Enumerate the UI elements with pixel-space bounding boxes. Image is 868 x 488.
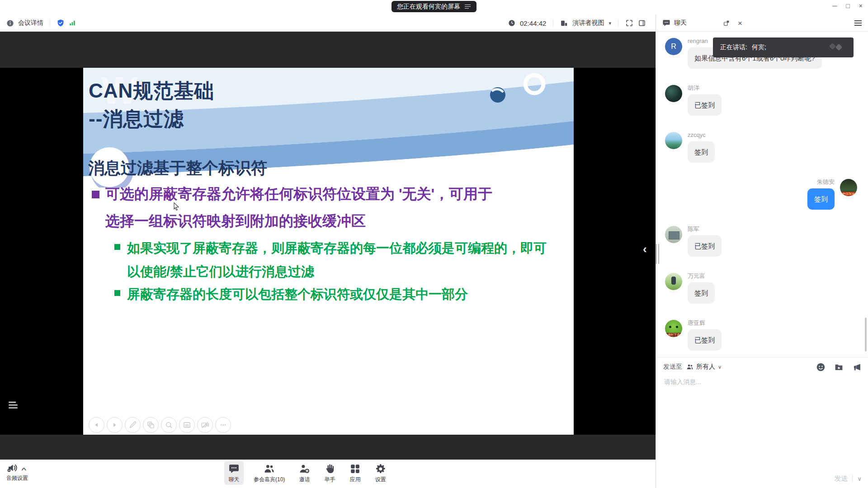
avatar xyxy=(665,85,682,102)
send-button[interactable]: 发送 xyxy=(834,474,848,483)
chevron-down-icon: ∨ xyxy=(718,364,722,370)
speaking-toast-speaker: 何宾; xyxy=(752,43,766,52)
chat-sender-name: 唐亚辉 xyxy=(688,320,705,326)
hamburger-menu-icon[interactable] xyxy=(854,20,862,26)
zoom-magnifier-icon xyxy=(161,417,177,433)
chat-message: 中国加油 朱德安 签到 xyxy=(665,179,857,210)
close-button[interactable]: × xyxy=(859,1,863,10)
minimize-button[interactable]: ─ xyxy=(832,1,837,10)
toolbar-button-apps[interactable]: 应用 xyxy=(345,461,365,485)
chat-sender-name: 胡洋 xyxy=(688,85,699,91)
divider xyxy=(50,19,50,27)
layer-list-icon[interactable] xyxy=(8,401,18,409)
speaker-settings-icon[interactable] xyxy=(6,462,19,474)
chat-icon xyxy=(228,463,240,474)
chat-message-bubble: 签到 xyxy=(688,141,715,163)
slide-title-line2: --消息过滤 xyxy=(89,106,184,132)
emoji-icon[interactable] xyxy=(816,362,826,372)
speaking-toast: 正在讲话: 何宾; xyxy=(713,38,854,57)
fullscreen-icon[interactable] xyxy=(625,19,633,27)
meeting-topbar: 会议详情 02:44:42 演讲者视图 ▾ xyxy=(0,15,656,32)
close-chat-icon[interactable]: × xyxy=(738,19,742,27)
side-panel-toggle-icon[interactable] xyxy=(638,19,646,27)
pen-icon xyxy=(125,417,141,433)
chat-message: 万元富 签到 xyxy=(665,273,857,304)
toolbar-button-chat[interactable]: 聊天 xyxy=(224,461,244,485)
network-signal-icon[interactable] xyxy=(69,19,76,27)
toolbar-button-settings[interactable]: 设置 xyxy=(371,461,390,485)
toolbar-button-raise-hand[interactable]: 举手 xyxy=(320,461,340,485)
share-banner-menu-icon[interactable] xyxy=(465,5,471,9)
slide-bullet-text: 选择一组标识符映射到附加的接收缓冲区 xyxy=(105,211,366,231)
chat-message: 准时下课 唐亚辉 已签到 xyxy=(665,320,857,351)
slide-title-line1: CAN规范基础 xyxy=(89,78,214,104)
window-controls: ─ □ × xyxy=(832,1,863,10)
send-to-selector[interactable]: 所有人 ∨ xyxy=(686,363,722,371)
presentation-slide: W CAN规范基础 --消息过滤 消息过滤基于整个标识符 可选的屏蔽寄存器允许将… xyxy=(83,68,574,435)
chat-panel-title: 聊天 xyxy=(674,19,687,27)
chat-input-area: 发送至 所有人 ∨ 发送 ∨ xyxy=(656,357,868,488)
chat-sender-name: 万元富 xyxy=(688,273,705,279)
previous-icon xyxy=(89,417,104,433)
collapse-panel-chevron[interactable]: ‹ xyxy=(643,243,647,255)
pop-out-icon[interactable] xyxy=(723,19,730,27)
chevron-up-icon[interactable]: ^ xyxy=(21,466,26,473)
chat-message-bubble: 已签到 xyxy=(688,235,722,257)
security-shield-icon[interactable] xyxy=(57,19,65,27)
stage-band-top xyxy=(0,32,656,68)
file-share-icon[interactable] xyxy=(834,362,844,372)
panel-drag-handle[interactable] xyxy=(656,244,660,264)
chat-message: 陈军 已签到 xyxy=(665,226,857,257)
chat-sender-name: 朱德安 xyxy=(817,179,835,185)
avatar-banner: 中国加油 xyxy=(840,192,857,196)
view-mode-selector[interactable]: 演讲者视图 xyxy=(572,19,604,27)
avatar xyxy=(665,226,682,243)
stage-band-bottom xyxy=(0,435,656,460)
chat-message: 胡洋 已签到 xyxy=(665,85,857,116)
layout-view-icon xyxy=(560,19,568,27)
video-off-icon xyxy=(197,417,213,433)
avatar: R xyxy=(665,38,682,55)
screen-share-banner-text: 您正在观看何宾的屏幕 xyxy=(397,3,460,11)
avatar xyxy=(665,132,682,149)
chat-sender-name: rengran xyxy=(688,38,708,44)
toolbar-button-invite[interactable]: 邀请 xyxy=(295,461,314,485)
send-to-label: 发送至 xyxy=(663,363,682,371)
meeting-logo-icon xyxy=(827,42,847,53)
send-to-value: 所有人 xyxy=(696,363,715,371)
toolbar-button-participants[interactable]: 参会嘉宾(10) xyxy=(250,461,289,485)
info-icon[interactable] xyxy=(6,19,14,27)
divider xyxy=(852,475,853,482)
audio-settings-button[interactable]: ^ 音频设置 xyxy=(6,462,28,482)
more-icon xyxy=(215,417,231,433)
slide-subbullet-text: 如果实现了屏蔽寄存器，则屏蔽寄存器的每一位都必须是可编程的，即可 xyxy=(127,239,547,258)
chat-message-list[interactable]: R rengran 如果信息中含有6个1或者6个0咋判断呢? 胡洋 已签到 zz… xyxy=(656,32,868,357)
chat-message-bubble: 签到 xyxy=(807,188,835,210)
meeting-details-link[interactable]: 会议详情 xyxy=(18,19,43,27)
green-bullet-marker xyxy=(114,290,120,296)
mouse-cursor xyxy=(172,202,181,211)
screen-share-banner[interactable]: 您正在观看何宾的屏幕 xyxy=(392,1,476,12)
maximize-button[interactable]: □ xyxy=(846,1,849,10)
send-options-chevron-icon[interactable]: ∨ xyxy=(857,475,862,482)
announcement-icon[interactable] xyxy=(852,362,862,372)
slide-subbullet-text: 屏蔽寄存器的长度可以包括整个标识符或仅仅是其中一部分 xyxy=(127,286,468,304)
meeting-app-window: 您正在观看何宾的屏幕 ─ □ × 会议详情 02:44:42 演讲者视图 ▾ xyxy=(0,0,868,488)
chat-message: zzcqyc 签到 xyxy=(665,132,857,163)
chevron-down-icon[interactable]: ▾ xyxy=(609,20,611,26)
chat-message-bubble: 已签到 xyxy=(688,94,722,116)
audio-settings-label: 音频设置 xyxy=(6,474,28,482)
chat-scrollbar-thumb[interactable] xyxy=(865,318,867,352)
chat-sender-name: 陈军 xyxy=(688,226,699,232)
next-icon xyxy=(107,417,123,433)
purple-bullet-marker xyxy=(92,191,99,198)
slide-subbullet-text: 以使能/禁止它们以进行消息过滤 xyxy=(127,263,314,281)
avatar xyxy=(665,273,682,290)
message-input[interactable] xyxy=(663,377,861,463)
hand-icon xyxy=(324,463,335,474)
divider xyxy=(618,19,618,27)
screen-share-stage: W CAN规范基础 --消息过滤 消息过滤基于整个标识符 可选的屏蔽寄存器允许将… xyxy=(0,32,656,460)
slide-toolbar xyxy=(89,417,231,433)
gear-icon xyxy=(375,463,386,474)
chat-sender-name: zzcqyc xyxy=(688,132,706,138)
